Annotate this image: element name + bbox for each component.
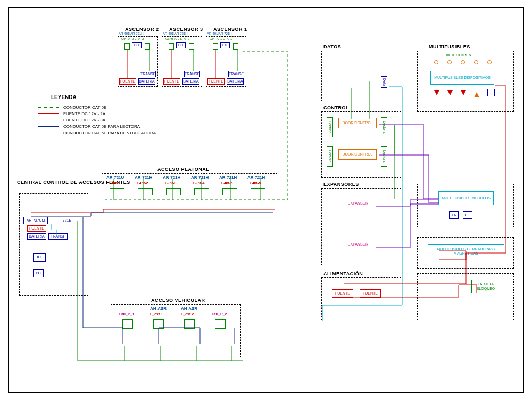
fuente-box: FUENTE [163, 78, 180, 85]
mf-cerraduras-box: MULTIFUSIBLES CERRADURAS / MAGNETICAS [428, 244, 504, 258]
ascensor-title: ASCENSOR 1 [213, 27, 247, 32]
bateria-box: BATERIA [27, 233, 46, 240]
ttl-port [145, 43, 150, 50]
fuente-box: FUENTE [119, 78, 136, 85]
transf-box: TRANSF [184, 71, 200, 77]
fuente-box: FUENTE [360, 289, 381, 298]
datos-title: DATOS [323, 44, 341, 50]
vehicular-loc: Ctrl_P_2 [212, 312, 227, 316]
tarjeta-box: TARJETA BLOQUEO [471, 280, 500, 293]
ttl-port [233, 43, 238, 50]
vehicular-port [184, 319, 195, 329]
bateria-box: BATERIA [227, 78, 244, 85]
hub-box: HUB [33, 253, 46, 262]
pc-box: PC [33, 269, 44, 277]
legend-sample [38, 120, 59, 120]
vehicular-port [215, 319, 226, 329]
arrow-down-icon [434, 90, 439, 95]
legend-sample [38, 107, 59, 108]
detector-icon [487, 60, 492, 64]
vehicular-model: AN-ASR [150, 306, 167, 311]
ttl-port [189, 43, 194, 50]
datos-box [344, 56, 370, 81]
ttl-box: TTL [220, 42, 230, 48]
fuente-box: FUENTE [332, 289, 353, 298]
transf-box: TRANSF [48, 233, 68, 240]
ttl-box: TTL [176, 42, 186, 48]
peatonal-model: AR-721H [191, 175, 209, 180]
peatonal-loc: L-Int-1 [109, 181, 120, 185]
legend-item: CONDUCTOR CAT 5E PARA CONTROLADORA [63, 130, 156, 135]
multifusibles-title: MULTIFUSIBLES [429, 44, 470, 50]
legend-item: CONDUCTOR CAT 5E [63, 105, 106, 110]
drawing-frame: LEYENDA CONDUCTOR CAT 5E FUENTE DC 12V -… [8, 7, 524, 393]
arrow-up-icon [474, 92, 479, 97]
721e-box: 721E [60, 217, 74, 224]
vehicular-title: ACCESO VEHICULAR [151, 298, 205, 303]
arrow-down-icon [461, 90, 466, 95]
ttl-box: TTL [132, 42, 142, 48]
ascensor-model: AR-401|AR-721H [119, 32, 144, 35]
legend-item: FUENTE DC 12V - 3A [63, 118, 105, 123]
page: LEYENDA CONDUCTOR CAT 5E FUENTE DC 12V -… [0, 0, 532, 400]
fuente-box: FUENTE [207, 78, 225, 85]
alimentacion-title: ALIMENTACIÓN [323, 271, 363, 276]
mf-modulos-section [417, 184, 514, 227]
central-title: CENTRAL CONTROL DE ACCESOS FUENTES [17, 179, 92, 185]
vehicular-port [122, 319, 133, 329]
lectora-box: Lectora [381, 117, 387, 137]
mf-dispositivos-box: MULTIFUSIBLES DISPOSITIVOS [430, 71, 494, 85]
alimentacion-section [321, 277, 401, 320]
peatonal-title: ACCESO PEATONAL [157, 167, 209, 172]
lectora-box: Lectora [327, 146, 333, 167]
arrow-down-icon [447, 90, 453, 95]
mf-modulos-box: MULTIFUSIBLES MODULOS [438, 191, 494, 205]
ascensor-ctrl: Ctrl_A_2 L_A_2 [121, 37, 144, 40]
peatonal-port [110, 188, 124, 195]
detector-icon [447, 60, 452, 64]
ta-box: TA [449, 211, 459, 219]
peatonal-model: AR-721H [219, 175, 237, 180]
bateria-box: BATERIA [182, 78, 200, 85]
legend-sample [38, 126, 59, 127]
peatonal-port [194, 188, 209, 195]
expansores-title: EXPANSORES [323, 182, 359, 187]
peatonal-loc: L-Int-2 [137, 181, 148, 185]
legend-sample [38, 113, 59, 114]
expansor-box: EXPANSOR [343, 199, 373, 208]
ttl-port [124, 43, 130, 50]
detector-icon [474, 60, 478, 64]
peatonal-model: AR-721H [163, 175, 180, 180]
peatonal-model: AR-721U [106, 175, 124, 180]
ascensor-title: ASCENSOR 3 [169, 27, 203, 32]
ascensor-ctrl: Ctrl_A_1 L_A_1 [210, 37, 232, 40]
transf-box: TRANSF [228, 71, 244, 77]
data-label: Data [381, 76, 387, 88]
peatonal-port [138, 188, 153, 195]
detector-icon [434, 60, 438, 64]
peatonal-port [222, 188, 237, 195]
peatonal-model: AR-721H [247, 175, 265, 180]
vehicular-loc: L_ext 1 [150, 312, 163, 316]
legend-title: LEYENDA [51, 94, 77, 100]
fuente-box: FUENTE [27, 225, 46, 232]
vehicular-port [153, 319, 164, 329]
lectora-box: Lectora [327, 117, 333, 137]
legend-item: FUENTE DC 12V - 2A [63, 111, 105, 116]
transf-box: TRANSF [140, 71, 156, 77]
le-box: LE [463, 211, 472, 219]
ttl-port [169, 43, 174, 50]
peatonal-loc: L-Int-5 [250, 181, 261, 185]
ttl-port [213, 43, 218, 50]
ascensor-model: AR-401|AR-721H [207, 32, 232, 35]
detectores-label: DETECTORES [446, 53, 471, 57]
ascensor-title: ASCENSOR 2 [125, 27, 159, 32]
legend-item: CONDUCTOR CAT 5E PARA LECTORA [63, 124, 140, 129]
peatonal-model: AR-721H [135, 175, 152, 180]
lectora-box: Lectora [381, 146, 387, 167]
legend-sample [38, 133, 59, 133]
peatonal-section [102, 173, 277, 222]
vehicular-loc: L_ext 2 [181, 312, 194, 316]
symbol-box [487, 89, 495, 96]
peatonal-port [251, 188, 265, 195]
